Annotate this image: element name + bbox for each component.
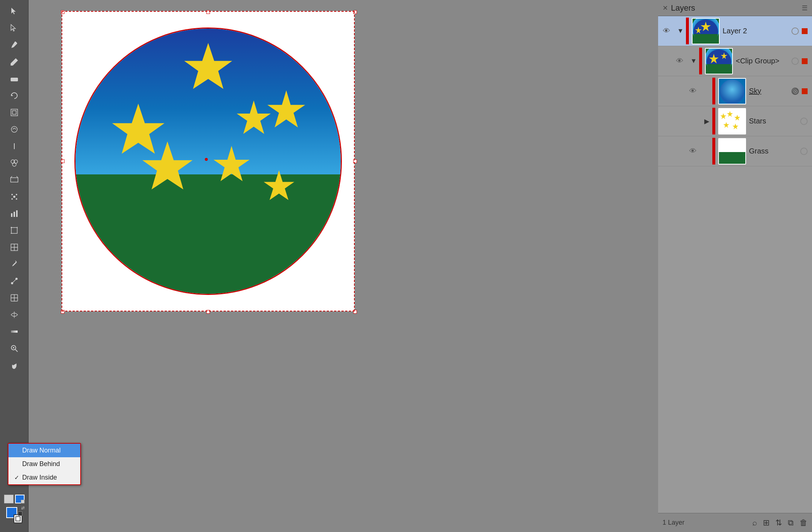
delete-layer-icon[interactable]: 🗑 — [800, 518, 808, 528]
draw-behind-option[interactable]: Draw Behind — [8, 457, 80, 471]
select-tool[interactable] — [6, 3, 22, 19]
eraser-tool[interactable] — [6, 71, 22, 87]
svg-rect-51 — [706, 64, 731, 74]
visibility-clipgroup[interactable]: 👁 — [671, 48, 688, 74]
zoom-tool[interactable] — [6, 340, 22, 356]
layer-name-grass: Grass — [749, 147, 800, 155]
perspective-tool[interactable] — [6, 172, 22, 188]
eye-icon-grass: 👁 — [689, 147, 697, 155]
artboard-tool[interactable] — [6, 222, 22, 239]
pencil-tool[interactable] — [6, 54, 22, 70]
color-swatch-clipgroup[interactable] — [802, 58, 808, 64]
visibility-layer2[interactable]: 👁 — [658, 18, 675, 44]
direct-select-tool[interactable] — [6, 20, 22, 36]
thumb-content-clipgroup — [706, 49, 732, 74]
layer-actions-stars — [800, 118, 812, 125]
layer-row-sky[interactable]: 👁 ▶ Sky — [658, 76, 812, 106]
color-bar-clipgroup — [699, 48, 702, 74]
new-layer-icon[interactable]: ⊞ — [763, 518, 769, 528]
gradient-tool[interactable] — [6, 324, 22, 340]
center-point — [205, 158, 208, 161]
target-icon-stars[interactable] — [800, 118, 808, 125]
thumb-content-stars — [719, 109, 745, 134]
target-icon-clipgroup[interactable] — [791, 58, 799, 65]
visibility-stars[interactable]: 👁 — [684, 108, 701, 134]
expand-stars[interactable]: ▶ — [701, 117, 712, 125]
normal-screen-mode[interactable] — [4, 495, 14, 503]
slice-tool[interactable] — [6, 239, 22, 255]
rotate-tool[interactable] — [6, 88, 22, 104]
layer-name-sky: Sky — [749, 87, 791, 95]
handle-top-right[interactable] — [353, 10, 357, 14]
svg-rect-64 — [719, 139, 745, 152]
svg-rect-0 — [11, 78, 18, 81]
canvas-area[interactable] — [29, 0, 658, 532]
layer-row-layer2[interactable]: 👁 ▼ Layer 2 — [658, 16, 812, 46]
svg-rect-16 — [14, 212, 15, 217]
visibility-sky[interactable]: 👁 — [684, 78, 701, 104]
handle-top-left[interactable] — [61, 10, 64, 14]
flag-circle[interactable] — [74, 27, 342, 295]
target-icon-grass[interactable] — [800, 148, 808, 155]
warp-tool[interactable] — [6, 121, 22, 137]
grass-layer — [75, 174, 341, 294]
handle-mid-right[interactable] — [353, 159, 357, 163]
color-swatch-sky[interactable] — [802, 88, 808, 94]
eyedropper-tool[interactable] — [6, 256, 22, 272]
handle-bot-left[interactable] — [61, 310, 64, 314]
eye-icon-layer2: 👁 — [663, 27, 670, 35]
width-tool[interactable] — [6, 138, 22, 154]
move-layer-icon[interactable]: ⇅ — [775, 518, 782, 528]
svg-line-28 — [13, 280, 16, 282]
mesh-tool[interactable] — [6, 307, 22, 323]
layers-panel-footer: 1 Layer ⌕ ⊞ ⇅ ⧉ 🗑 — [658, 513, 812, 532]
pen-tool[interactable] — [6, 37, 22, 53]
layer-name-layer2: Layer 2 — [723, 27, 791, 35]
draw-inside-check: ✓ — [14, 474, 20, 481]
handle-bot-right[interactable] — [353, 310, 357, 314]
left-toolbar: ⇄ Draw Normal Draw Behind ✓ Draw Inside — [0, 0, 29, 532]
layer-row-clipgroup[interactable]: 👁 ▼ <Clip Group> — [658, 46, 812, 76]
expand-clipgroup[interactable]: ▼ — [688, 57, 699, 65]
panel-menu-icon[interactable]: ☰ — [802, 4, 808, 12]
eye-icon-sky: 👁 — [689, 87, 697, 95]
live-paint-tool[interactable] — [6, 290, 22, 306]
thumb-content-layer2 — [693, 19, 719, 44]
layer-actions-clipgroup — [791, 58, 812, 65]
svg-rect-2 — [12, 111, 16, 114]
chart-tool[interactable] — [6, 206, 22, 222]
search-layers-icon[interactable]: ⌕ — [752, 518, 757, 528]
handle-top-mid[interactable] — [206, 10, 210, 14]
draw-normal-option[interactable]: Draw Normal — [8, 444, 80, 457]
expand-layer2[interactable]: ▼ — [675, 27, 686, 35]
svg-rect-33 — [11, 330, 18, 333]
layer-row-grass[interactable]: 👁 ▶ Grass — [658, 136, 812, 166]
swap-colors-icon[interactable]: ⇄ — [21, 506, 25, 510]
layer-row-stars[interactable]: 👁 ▶ Stars — [658, 106, 812, 136]
visibility-grass[interactable]: 👁 — [684, 138, 701, 165]
panel-close-icon[interactable]: ✕ — [662, 4, 668, 12]
target-icon-sky[interactable] — [791, 88, 799, 95]
color-swatch-layer2[interactable] — [802, 28, 808, 34]
layer-actions-grass — [800, 148, 812, 155]
draw-inside-option[interactable]: ✓ Draw Inside — [8, 471, 80, 484]
layers-panel-title: Layers — [671, 3, 695, 13]
default-colors-icon[interactable] — [18, 511, 22, 516]
draw-mode-button[interactable] — [15, 495, 25, 503]
layer-actions-sky — [791, 88, 812, 95]
handle-mid-left[interactable] — [61, 159, 64, 163]
symbol-tool[interactable] — [6, 189, 22, 205]
target-icon-layer2[interactable] — [791, 27, 799, 35]
svg-point-13 — [16, 198, 17, 200]
svg-point-11 — [16, 194, 17, 195]
shape-builder-tool[interactable] — [6, 155, 22, 171]
handle-bot-mid[interactable] — [206, 310, 210, 314]
blend-tool[interactable] — [6, 273, 22, 289]
color-bar-sky — [712, 78, 715, 104]
hand-tool[interactable] — [6, 357, 22, 373]
svg-rect-58 — [719, 108, 745, 134]
thumb-stars — [718, 108, 746, 134]
layers-panel-header: ✕ Layers ☰ — [658, 0, 812, 16]
scale-tool[interactable] — [6, 104, 22, 121]
duplicate-layer-icon[interactable]: ⧉ — [788, 518, 794, 528]
